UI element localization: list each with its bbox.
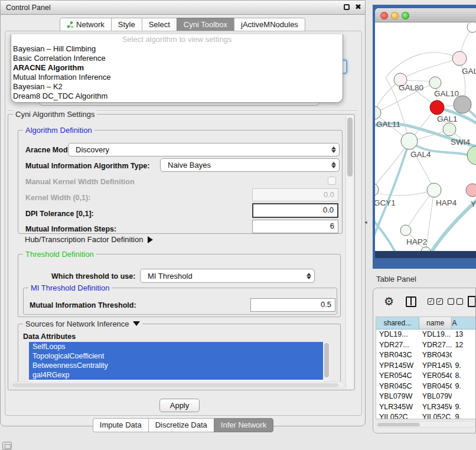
columns-icon[interactable] [406,296,416,307]
select-all-checkboxes-icon[interactable]: ✓✓ [428,298,443,305]
settings-horizontal-scrollbar[interactable] [11,381,345,388]
tab-discretize-data[interactable]: Discretize Data [148,418,214,432]
tab-select[interactable]: Select [142,18,177,32]
table-row[interactable]: YBR043CYBR043C [376,350,476,361]
data-attributes-label: Data Attributes [23,332,76,341]
node-label: SWI4 [451,138,470,146]
sources-legend[interactable]: Sources for Network Inference [23,319,142,328]
network-window-bottom-edge [375,251,476,258]
table-row[interactable]: YPR145WYPR145W9. [376,361,476,371]
tab-cyni-toolbox[interactable]: Cyni Toolbox [177,18,234,32]
column-header[interactable]: name [419,317,452,330]
table-cell: YER054C [419,371,452,381]
table-panel-toolbar: ⚙ ✓✓ [373,295,475,311]
dropdown-item[interactable]: Bayesian – K2 [11,82,343,92]
table-cell: YBR043C [376,350,419,361]
algorithm-definition-group: Algorithm Definition Aracne Mode: Discov… [18,130,343,234]
table-cell: YDR27... [376,340,419,351]
expanded-arrow-icon [133,321,140,326]
table-row[interactable]: YIL052CYIL052C9. [376,412,476,419]
mi-algorithm-type-select[interactable]: Naive Bayes [160,158,340,172]
pane-resize-cursor: ◂ [364,219,367,225]
table-cell: YBL079W [419,392,452,402]
tab-network[interactable]: Network [60,18,112,32]
table-cell: 9. [452,381,476,392]
table-cell: YBL079W [376,392,419,402]
mi-threshold-legend: MI Threshold Definition [28,283,112,292]
attribute-list-item[interactable]: TopologicalCoefficient [29,351,330,361]
dropdown-item[interactable]: Mutual Information Inference [11,73,343,82]
table-body: YDL19...YDL19...13YDR27...YDR27...12YBR0… [376,330,476,419]
close-icon[interactable]: ✖ [355,2,361,11]
aracne-mode-select[interactable]: Discovery [68,143,340,156]
column-header[interactable]: A [452,317,476,330]
deselect-all-checkboxes-icon[interactable] [448,298,463,305]
dropdown-item[interactable]: ARACNE Algorithm [11,63,343,73]
kernel-width-label: Kernel Width (0,1): [25,194,90,202]
attributes-scrollbar[interactable] [323,342,330,384]
table-row[interactable]: YLR345WYLR345W9. [376,402,476,413]
network-node-gal4[interactable] [401,133,418,149]
column-header[interactable]: shared... [376,317,419,330]
apply-button[interactable]: Apply [159,399,200,412]
stepper-arrows-icon [307,269,311,282]
tab-jactivemnodules[interactable]: jActiveMNodules [234,18,305,32]
tab-impute-data[interactable]: Impute Data [93,418,149,432]
zoom-traffic-light[interactable] [402,12,409,19]
attribute-list-item[interactable]: gal4RGexp [29,370,330,380]
table-cell: 9. [452,402,476,413]
threshold-definition-group: Threshold Definition Which threshold to … [18,254,341,317]
table-cell: YDL19... [376,330,419,340]
node-label: GCY1 [375,198,396,207]
attribute-list-item[interactable]: SelfLoops [29,342,330,351]
network-canvas[interactable]: GALGAL80GAL10GAL1GAL11SWI4GAL4GCY1HAP4YH… [375,23,476,251]
network-node[interactable] [454,96,471,113]
network-node-gcy1[interactable] [375,183,379,196]
float-window-icon[interactable] [344,4,350,10]
hub-definition-section[interactable]: Hub/Transcription Factor Definition [25,235,153,244]
minimized-panel-icon[interactable] [2,442,12,450]
table-row[interactable]: YDL19...YDL19...13 [376,330,476,340]
collapsed-arrow-icon [148,236,153,243]
network-node-y[interactable] [466,184,476,197]
manual-kernel-checkbox[interactable] [328,177,336,185]
node-label: GAL [462,67,476,76]
minimize-traffic-light[interactable] [391,12,399,19]
network-node[interactable] [467,146,476,165]
table-horizontal-scrollbar[interactable] [376,421,475,428]
dropdown-item[interactable]: Dream8 DC_TDC Algorithm [11,92,343,101]
mi-steps-field[interactable]: 6 [252,220,338,233]
table-row[interactable]: YDR27...YDR27...12 [376,340,476,351]
mi-threshold-field[interactable]: 0.5 [250,298,335,312]
attribute-list-item[interactable]: BetweennessCentrality [29,361,330,370]
tab-infer-network[interactable]: Infer Network [214,418,273,432]
close-traffic-light[interactable] [380,12,388,19]
node-table[interactable]: shared...nameA YDL19...YDL19...13YDR27..… [376,317,476,419]
dropdown-item[interactable]: Basic Correlation Inference [11,54,343,63]
data-attributes-list[interactable]: SelfLoopsTopologicalCoefficientBetweenne… [29,342,330,384]
gear-icon[interactable]: ⚙ [384,295,394,308]
network-node[interactable] [467,23,476,32]
network-node-gal[interactable] [452,51,467,66]
network-node-gal10[interactable] [429,77,441,89]
control-panel-window: Control Panel ✖ NetworkStyleSelectCyni T… [0,0,366,426]
network-node-gal1[interactable] [430,100,444,115]
tab-style[interactable]: Style [111,18,142,32]
table-row[interactable]: YBR045CYBR045C9. [376,381,476,392]
network-node-swi4[interactable] [443,123,456,136]
network-node-hap4[interactable] [427,183,441,197]
network-node-hap2[interactable] [400,225,411,236]
table-row[interactable]: YBL079WYBL079W [376,392,476,402]
stepper-arrows-icon [331,159,336,171]
threshold-legend: Threshold Definition [23,250,96,259]
table-row[interactable]: YER054CYER054C8. [376,371,476,381]
which-threshold-select[interactable]: MI Threshold [140,269,315,283]
dropdown-item[interactable]: Bayesian – Hill Climbing [11,44,343,54]
dpi-tolerance-field[interactable]: 0.0 [252,203,338,218]
cyni-algorithm-settings-group: Cyni Algorithm Settings Algorithm Defini… [8,114,355,390]
document-icon[interactable] [468,296,476,307]
settings-vertical-scrollbar[interactable] [345,116,353,389]
table-cell: YPR145W [376,361,419,371]
network-window-titlebar[interactable] [375,8,476,22]
dropdown-prompt: Select algorithm to view settings [11,34,343,44]
